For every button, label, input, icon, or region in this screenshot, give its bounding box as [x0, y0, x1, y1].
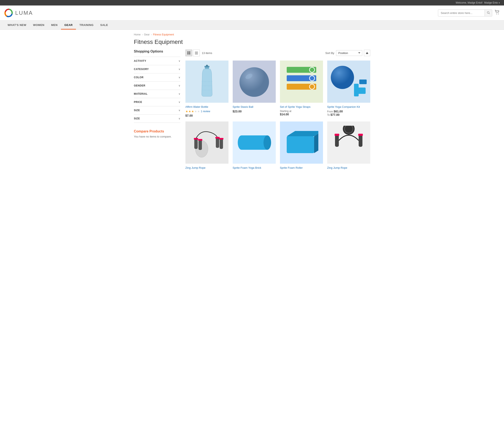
filter-gender[interactable]: GENDER∨ [134, 82, 180, 90]
filter-size[interactable]: SIZE∨ [134, 106, 180, 115]
filter-category[interactable]: CATEGORY∨ [134, 65, 180, 73]
filter-activity[interactable]: ACTIVITY∨ [134, 57, 180, 65]
product-image-wrap [327, 60, 370, 103]
svg-marker-12 [366, 52, 368, 54]
filter-section: ACTIVITY∨CATEGORY∨COLOR∨GENDER∨MATERIAL∨… [134, 57, 180, 123]
svg-marker-44 [287, 131, 318, 136]
search-icon [487, 11, 490, 14]
product-name-link[interactable]: Sprite Stasis Ball [233, 105, 276, 109]
nav-item-gear[interactable]: Gear [61, 20, 76, 30]
toolbar-left: 13 items [185, 50, 212, 56]
svg-rect-21 [287, 67, 316, 73]
product-name-link[interactable]: Zing Jump Rope [185, 166, 229, 169]
header-right [438, 10, 500, 16]
nav-item-sale[interactable]: Sale [97, 20, 111, 30]
compare-section: Compare Products You have no items to co… [134, 129, 180, 138]
filter-chevron-icon: ∨ [179, 84, 180, 87]
svg-rect-46 [335, 134, 339, 147]
product-name-link[interactable]: Sprite Foam Roller [280, 166, 323, 169]
product-name-link[interactable]: Affirm Water Bottle [185, 105, 229, 109]
review-link[interactable]: 1 review [201, 110, 210, 113]
nav-item-training[interactable]: Training [76, 20, 97, 30]
list-view-button[interactable] [193, 50, 200, 56]
svg-rect-23 [287, 84, 316, 90]
sort-label: Sort By [325, 51, 334, 55]
filter-color[interactable]: COLOR∨ [134, 73, 180, 82]
filter-chevron-icon: ∨ [179, 117, 180, 120]
svg-rect-48 [335, 134, 339, 136]
shopping-options-title: Shopping Options [134, 50, 180, 53]
product-image-wrap [185, 60, 229, 103]
filter-label: MATERIAL [134, 92, 148, 95]
site-header: LUMA [0, 5, 504, 20]
product-card: Zing Jump Rope [185, 121, 229, 171]
svg-rect-10 [195, 53, 198, 53]
svg-rect-43 [287, 136, 314, 153]
svg-rect-9 [195, 52, 198, 52]
svg-rect-11 [195, 54, 198, 54]
product-image-wrap [233, 121, 276, 164]
filter-material[interactable]: MATERIAL∨ [134, 90, 180, 98]
grid-view-button[interactable] [185, 50, 192, 56]
product-card: Sprite Foam Yoga Brick [233, 121, 276, 171]
logo-link[interactable]: LUMA [4, 9, 33, 17]
svg-rect-49 [358, 134, 363, 136]
product-card: Affirm Water Bottle ★★★★★ 1 review $7.00 [185, 60, 229, 117]
svg-rect-22 [287, 75, 316, 81]
svg-point-27 [331, 66, 354, 89]
cart-button[interactable] [495, 10, 500, 16]
star-empty-icon: ★ [197, 110, 200, 113]
grid-icon [187, 51, 190, 54]
star-filled-icon: ★ [185, 110, 188, 113]
search-input[interactable] [438, 10, 484, 16]
product-name-link[interactable]: Sprite Yoga Companion Kit [327, 105, 370, 109]
nav-item-men[interactable]: Men [48, 20, 61, 30]
sort-direction-button[interactable] [364, 50, 370, 56]
filter-chevron-icon: ∨ [179, 76, 180, 79]
nav-item-women[interactable]: Women [30, 20, 48, 30]
svg-point-3 [496, 14, 497, 14]
svg-point-18 [206, 65, 208, 66]
nav-item-what's-new[interactable]: What's New [4, 20, 30, 30]
star-empty-icon: ★ [194, 110, 197, 113]
product-name-link[interactable]: Sprite Foam Yoga Brick [233, 166, 276, 169]
product-name-link[interactable]: Zing Jump Rope [327, 166, 370, 169]
list-icon [195, 51, 198, 54]
product-name-link[interactable]: Set of Sprite Yoga Straps [280, 105, 323, 109]
svg-rect-47 [359, 134, 363, 147]
filter-chevron-icon: ∨ [179, 92, 180, 95]
compare-title: Compare Products [134, 129, 180, 133]
breadcrumb-sep-1: › [142, 33, 143, 36]
starting-at: Starting at [280, 110, 323, 113]
nav-list: What's NewWomenMenGearTrainingSale [0, 20, 504, 30]
view-mode [185, 50, 200, 56]
svg-rect-8 [189, 53, 190, 54]
svg-line-2 [489, 13, 490, 14]
welcome-text: Welcome, Madge Entol! [456, 1, 483, 4]
sort-select[interactable]: Position Product Name Price [336, 50, 362, 56]
product-price: From $61.00 To $77.00 [327, 110, 370, 116]
product-card: Sprite Stasis Ball $23.00 [233, 60, 276, 117]
filter-price[interactable]: PRICE∨ [134, 98, 180, 106]
svg-rect-32 [194, 138, 198, 149]
svg-rect-33 [199, 139, 202, 150]
breadcrumb-home[interactable]: Home [134, 33, 141, 36]
filter-label: CATEGORY [134, 68, 149, 71]
search-button[interactable] [484, 10, 492, 16]
logo-text: LUMA [15, 10, 33, 16]
svg-rect-38 [215, 137, 220, 139]
svg-rect-30 [359, 79, 367, 84]
filter-chevron-icon: ∨ [179, 68, 180, 71]
svg-rect-6 [189, 51, 190, 53]
product-card: Sprite Foam Roller [280, 121, 323, 171]
filter-size[interactable]: SIZE∨ [134, 115, 180, 123]
product-card: Sprite Yoga Companion Kit From $61.00 To… [327, 60, 370, 117]
main-layout: Shopping Options ACTIVITY∨CATEGORY∨COLOR… [134, 50, 370, 171]
breadcrumb-gear[interactable]: Gear [144, 33, 150, 36]
top-bar: Welcome, Madge Entol! Madge Ento ▾ [0, 0, 504, 5]
content-wrapper: Home › Gear › Fitness Equipment Fitness … [130, 30, 374, 174]
price-to-label: To [327, 113, 331, 116]
user-menu[interactable]: Madge Ento ▾ [484, 1, 500, 4]
product-grid: Affirm Water Bottle ★★★★★ 1 review $7.00… [185, 60, 370, 171]
svg-point-42 [263, 135, 271, 150]
